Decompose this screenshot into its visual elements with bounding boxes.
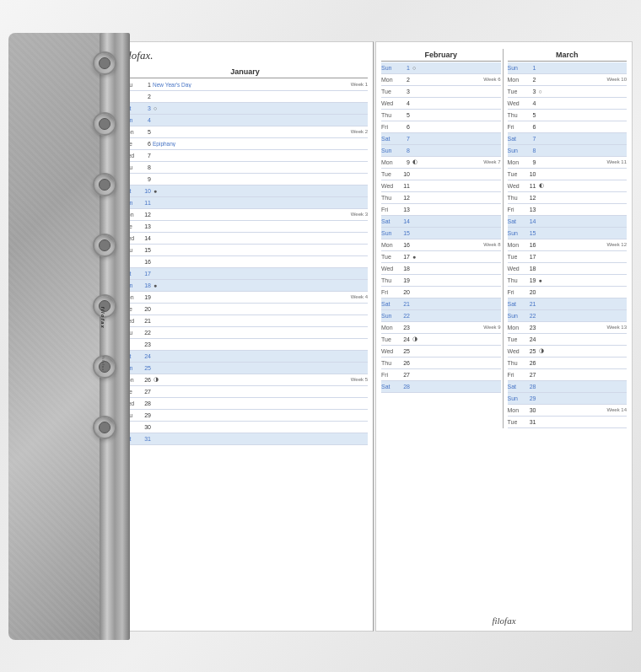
day-num-january-31: 31	[139, 436, 151, 442]
day-name-february-11: Wed	[381, 183, 398, 189]
day-num-march-3: 3	[525, 89, 536, 94]
day-name-march-28: Sat	[508, 384, 525, 390]
day-name-february-18: Wed	[381, 266, 398, 271]
day-row-january-20: Tue20	[122, 304, 368, 315]
day-row-march-4: Wed4	[508, 98, 628, 110]
day-row-february-13: Fri13	[381, 204, 501, 216]
day-num-january-15: 15	[139, 247, 151, 253]
day-name-march-4: Wed	[508, 100, 525, 106]
day-row-march-24: Tue24	[508, 334, 628, 346]
week-label-february-23: Week 9	[483, 325, 500, 330]
day-name-february-20: Fri	[381, 289, 398, 295]
day-name-february-17: Tue	[381, 254, 398, 260]
day-num-march-29: 29	[525, 395, 536, 401]
day-row-march-17: Tue17	[508, 251, 628, 263]
day-row-january-22: Thu22	[122, 327, 368, 339]
day-name-february-16: Mon	[381, 242, 398, 248]
day-num-february-15: 15	[398, 230, 410, 236]
day-num-january-9: 9	[139, 176, 151, 182]
moon-icon-february-9: ◐	[412, 159, 417, 165]
day-num-january-17: 17	[139, 271, 151, 277]
moon-icon-february-1: ○	[412, 65, 416, 71]
day-row-march-11: Wed11◐	[508, 180, 628, 192]
day-row-february-21: Sat21	[381, 298, 501, 310]
ring-1	[93, 51, 116, 75]
week-label-january-1: Week 1	[351, 82, 368, 87]
day-num-march-2: 2	[525, 77, 536, 83]
day-row-march-18: Wed18	[508, 263, 628, 275]
day-num-february-16: 16	[398, 242, 410, 248]
day-num-january-30: 30	[139, 424, 151, 430]
day-row-february-26: Thu26	[381, 358, 501, 369]
day-num-january-25: 25	[139, 365, 151, 371]
day-row-february-12: Thu12	[381, 192, 501, 204]
day-row-february-19: Thu19	[381, 275, 501, 287]
day-row-january-2: Fri2	[122, 91, 368, 103]
day-row-february-23: Mon23Week 9	[381, 322, 501, 334]
day-num-march-10: 10	[525, 171, 536, 177]
day-row-january-1: Thu1New Year's DayWeek 1	[122, 79, 368, 91]
week-label-january-26: Week 5	[351, 377, 368, 382]
page-january: filofax. JanuaryThu1New Year's DayWeek 1…	[116, 41, 374, 632]
right-page-layout: FebruarySun1○Mon2Week 6Tue3Wed4Thu5Fri6S…	[381, 49, 627, 428]
day-num-march-5: 5	[525, 112, 536, 118]
day-row-february-25: Wed25	[381, 346, 501, 358]
day-num-february-18: 18	[398, 266, 410, 271]
day-row-january-9: Fri9	[122, 174, 368, 185]
day-num-march-17: 17	[525, 254, 536, 260]
day-row-march-6: Fri6	[508, 121, 628, 133]
day-num-march-22: 22	[525, 313, 536, 319]
day-name-march-24: Tue	[508, 336, 525, 342]
day-num-march-30: 30	[525, 407, 536, 413]
week-label-february-2: Week 6	[483, 77, 500, 82]
week-label-january-19: Week 4	[351, 294, 368, 299]
day-row-january-15: Thu15	[122, 245, 368, 256]
day-row-february-27: Fri27	[381, 369, 501, 381]
day-row-march-1: Sun1	[508, 62, 628, 74]
day-event-january-6: Epiphany	[153, 141, 368, 147]
day-name-march-22: Sun	[508, 313, 525, 319]
day-row-march-31: Tue31	[508, 417, 628, 428]
day-num-march-24: 24	[525, 336, 536, 342]
day-row-march-13: Fri13	[508, 204, 628, 216]
day-row-march-10: Tue10	[508, 169, 628, 180]
week-label-march-2: Week 10	[606, 77, 627, 82]
moon-icon-january-18: ●	[154, 282, 157, 288]
day-row-january-7: Wed7	[122, 150, 368, 162]
day-num-march-7: 7	[525, 136, 536, 142]
day-name-march-19: Thu	[508, 277, 525, 283]
day-row-january-25: Sun25	[122, 363, 368, 374]
day-num-february-7: 7	[398, 136, 410, 142]
day-num-march-13: 13	[525, 207, 536, 212]
day-num-january-22: 22	[139, 330, 151, 336]
moon-icon-march-3: ○	[539, 89, 542, 94]
day-num-february-25: 25	[398, 348, 410, 354]
day-num-february-19: 19	[398, 277, 410, 283]
day-num-march-26: 26	[525, 360, 536, 366]
day-row-february-7: Sat7	[381, 133, 501, 145]
day-name-march-26: Thu	[508, 360, 525, 366]
day-name-march-30: Mon	[508, 407, 525, 413]
day-num-february-9: 9	[398, 159, 410, 165]
day-row-march-27: Fri27	[508, 369, 628, 381]
day-row-january-19: Mon19Week 4	[122, 292, 368, 304]
week-label-march-30: Week 14	[606, 407, 627, 412]
moon-icon-february-24: ◑	[412, 336, 417, 342]
day-num-february-11: 11	[398, 183, 410, 189]
day-row-march-16: Mon16Week 12	[508, 239, 628, 251]
day-num-january-28: 28	[139, 401, 151, 406]
week-label-february-9: Week 7	[483, 159, 500, 164]
day-num-january-13: 13	[139, 223, 151, 229]
day-name-february-9: Mon	[381, 159, 398, 165]
week-label-february-16: Week 8	[483, 242, 500, 247]
day-name-march-31: Tue	[508, 419, 525, 425]
day-num-march-15: 15	[525, 230, 536, 236]
day-num-january-29: 29	[139, 412, 151, 418]
day-row-march-7: Sat7	[508, 133, 628, 145]
day-row-february-2: Mon2Week 6	[381, 74, 501, 86]
day-row-march-14: Sat14	[508, 216, 628, 228]
day-row-january-10: Sat10●	[122, 185, 368, 197]
day-num-february-24: 24	[398, 336, 410, 342]
march-column: MarchSun1Mon2Week 10Tue3○Wed4Thu5Fri6Sat…	[506, 49, 628, 428]
day-name-february-27: Fri	[381, 372, 398, 378]
